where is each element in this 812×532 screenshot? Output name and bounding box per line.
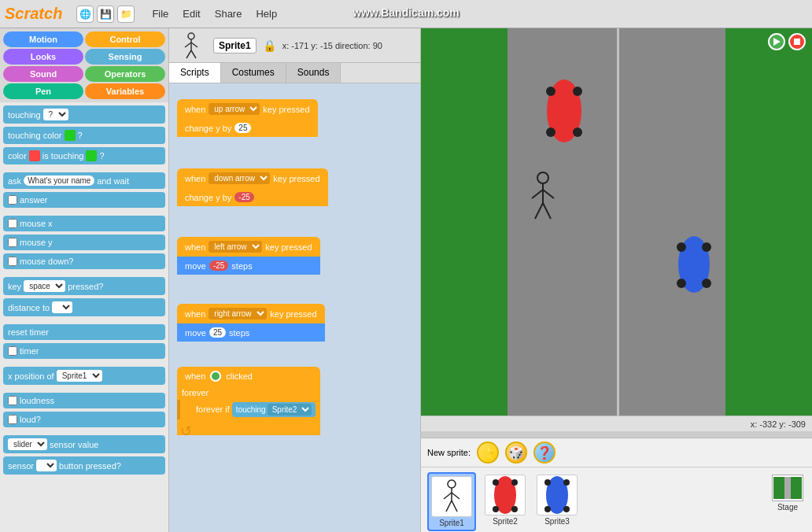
svg-line-2 (185, 42, 191, 47)
cat-control[interactable]: Control (85, 31, 165, 47)
sensor-button-dropdown[interactable] (36, 460, 57, 471)
folder-icon[interactable]: 📁 (117, 6, 135, 23)
new-sprite-label: New sprite: (427, 448, 471, 457)
sprite-stickman-icon (177, 31, 205, 60)
menu-file[interactable]: File (149, 6, 172, 21)
block-color-touching[interactable]: color is touching ? (3, 147, 165, 164)
svg-line-22 (535, 203, 543, 219)
key-up-dropdown[interactable]: up arrow (209, 103, 260, 115)
key-dropdown[interactable]: space (24, 280, 65, 292)
green-right (725, 28, 812, 416)
cat-motion[interactable]: Motion (3, 31, 83, 47)
cat-pen[interactable]: Pen (3, 83, 83, 99)
svg-point-32 (511, 479, 518, 486)
svg-line-21 (543, 190, 554, 198)
forever-label[interactable]: forever (177, 386, 320, 400)
value-move-neg25: -25 (209, 260, 228, 271)
block-touching[interactable]: touching ? (3, 105, 165, 124)
block-answer[interactable]: answer (3, 192, 165, 208)
block-ask[interactable]: ask and wait (3, 172, 165, 189)
block-mouse-down[interactable]: mouse down? (3, 253, 165, 269)
globe-icon[interactable]: 🌐 (76, 6, 94, 23)
loud-checkbox[interactable] (8, 415, 17, 424)
menu-share[interactable]: Share (212, 6, 245, 21)
new-sprite-star-btn[interactable]: ⭐ (477, 441, 499, 464)
block-timer[interactable]: timer (3, 343, 165, 359)
xposition-sprite-dropdown[interactable]: Sprite1 (57, 370, 102, 382)
sprite2-thumb-img (485, 475, 526, 515)
loudness-checkbox[interactable] (8, 396, 17, 405)
svg-point-10 (573, 87, 582, 96)
svg-point-14 (677, 242, 686, 252)
block-mouse-y[interactable]: mouse y (3, 235, 165, 250)
hat-right-arrow[interactable]: when right arrow key pressed (177, 304, 325, 323)
slider-dropdown[interactable]: slider (8, 438, 47, 450)
cat-variables[interactable]: Variables (85, 83, 165, 99)
distance-dropdown[interactable] (52, 301, 72, 313)
sprite-thumb-sprite2[interactable]: Sprite2 (482, 472, 528, 528)
touching-dropdown-btn[interactable]: ? (43, 109, 68, 120)
cat-sensing[interactable]: Sensing (85, 49, 165, 65)
block-sensor-button[interactable]: sensor button pressed? (3, 456, 165, 475)
mousey-checkbox[interactable] (8, 238, 17, 247)
sprite3-blue-car (674, 233, 714, 297)
cat-looks[interactable]: Looks (3, 49, 83, 65)
block-categories: Motion Control Looks Sensing Sound Opera… (0, 28, 168, 102)
stage-thumb[interactable]: Stage (770, 472, 806, 514)
block-x-position[interactable]: x position of Sprite1 (3, 367, 165, 385)
key-left-dropdown[interactable]: left arrow (209, 241, 262, 253)
cat-operators[interactable]: Operators (85, 66, 165, 82)
stage-thumb-svg (773, 477, 802, 499)
block-loud[interactable]: loud? (3, 412, 165, 427)
green-flag-btn[interactable] (768, 33, 785, 50)
right-panel: x: -332 y: -309 New sprite: ⭐ 🎲 ❓ (421, 28, 812, 532)
action-move-25[interactable]: move 25 steps (177, 323, 325, 342)
hat-flag-clicked[interactable]: when clicked (177, 367, 320, 386)
flag-icon (772, 37, 781, 46)
sprite1-thumb-img (431, 476, 472, 517)
timer-checkbox[interactable] (8, 346, 17, 356)
action-change-y-neg25[interactable]: change y by -25 (177, 188, 328, 206)
key-right-dropdown[interactable]: right arrow (209, 308, 267, 320)
save-icon[interactable]: 💾 (97, 6, 114, 23)
block-slider-sensor[interactable]: slider sensor value (3, 435, 165, 453)
mousex-checkbox[interactable] (8, 219, 17, 228)
sprite-thumb-sprite1[interactable]: Sprite1 (427, 472, 476, 531)
block-mouse-x[interactable]: mouse x (3, 216, 165, 231)
sprite-panel: New sprite: ⭐ 🎲 ❓ (421, 438, 812, 532)
block-touching-color[interactable]: touching color ? (3, 127, 165, 144)
sprite-thumb-sprite3[interactable]: Sprite3 (534, 472, 580, 528)
block-reset-timer[interactable]: reset timer (3, 324, 165, 340)
stickman-stage-svg (527, 170, 559, 225)
action-change-y-25[interactable]: change y by 25 (177, 119, 318, 137)
hat-down-arrow[interactable]: when down arrow key pressed (177, 168, 328, 188)
cat-sound[interactable]: Sound (3, 66, 83, 82)
svg-line-3 (191, 42, 197, 47)
block-loudness[interactable]: loudness (3, 393, 165, 408)
new-sprite-random-btn[interactable]: 🎲 (505, 441, 527, 464)
action-move-neg25[interactable]: move -25 steps (177, 257, 320, 275)
tab-scripts[interactable]: Scripts (169, 63, 221, 83)
touching-select[interactable]: Sprite2 (268, 404, 312, 416)
sprite-info-bar: Sprite1 🔒 x: -171 y: -15 direction: 90 (169, 28, 420, 63)
tab-costumes[interactable]: Costumes (221, 63, 286, 83)
tab-sounds[interactable]: Sounds (286, 63, 341, 83)
block-distance-to[interactable]: distance to (3, 298, 165, 316)
menu-edit[interactable]: Edit (179, 6, 203, 21)
forever-if-row[interactable]: forever if touching Sprite2 (177, 400, 320, 419)
svg-point-16 (677, 279, 686, 288)
hat-up-arrow[interactable]: when up arrow key pressed (177, 99, 318, 119)
answer-checkbox[interactable] (8, 195, 17, 205)
stop-btn[interactable] (788, 33, 806, 50)
touching-block[interactable]: touching Sprite2 (232, 402, 316, 417)
ask-input[interactable] (24, 175, 94, 186)
hat-left-arrow[interactable]: when left arrow key pressed (177, 237, 320, 257)
scripts-area[interactable]: when up arrow key pressed change y by 25… (169, 83, 420, 532)
key-down-dropdown[interactable]: down arrow (209, 172, 270, 184)
svg-rect-42 (791, 477, 802, 499)
menu-help[interactable]: Help (253, 6, 280, 21)
script-left-arrow: when left arrow key pressed move -25 ste… (177, 237, 320, 275)
block-key-pressed[interactable]: key space pressed? (3, 277, 165, 295)
new-sprite-upload-btn[interactable]: ❓ (533, 441, 555, 464)
mousedown-checkbox[interactable] (8, 257, 17, 266)
